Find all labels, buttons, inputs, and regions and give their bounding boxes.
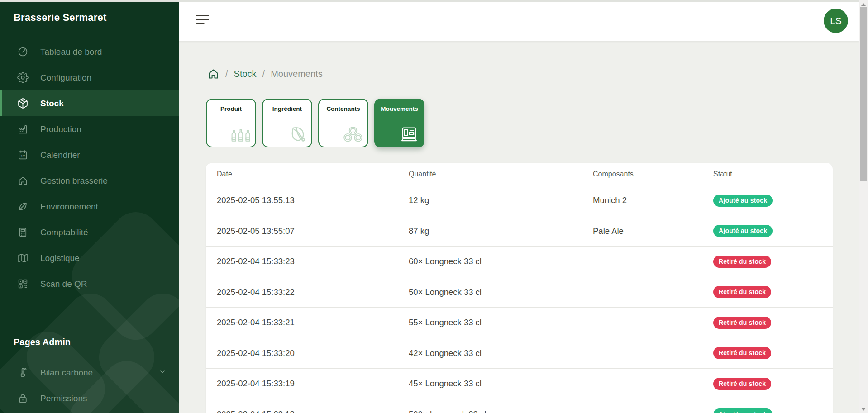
table-body: 2025-02-05 13:55:13 12 kg Munich 2 Ajout… xyxy=(206,185,833,413)
avatar[interactable]: LS xyxy=(824,9,848,33)
sidebar-item-label: Production xyxy=(40,124,81,134)
movements-table: Date Quantité Composants Statut 2025-02-… xyxy=(206,163,833,413)
scrollbar-up-arrow[interactable] xyxy=(861,3,866,6)
cell-status: Retiré du stock xyxy=(713,286,822,298)
tab-ingredient[interactable]: Ingrédient xyxy=(262,99,312,147)
scrollbar-down-arrow[interactable] xyxy=(861,408,866,411)
lock-icon xyxy=(17,393,29,404)
cell-status: Retiré du stock xyxy=(713,256,822,268)
cell-date: 2025-02-04 15:33:21 xyxy=(217,318,409,328)
sidebar-item-permissions[interactable]: Permissions xyxy=(0,385,179,411)
table-row: 2025-02-04 15:33:21 55× Longneck 33 cl R… xyxy=(206,308,833,338)
sidebar-item-label: Stock xyxy=(40,99,64,109)
sidebar-item-scan-de-qr[interactable]: Scan de QR xyxy=(0,271,179,297)
table-row: 2025-02-05 13:55:13 12 kg Munich 2 Ajout… xyxy=(206,185,833,216)
sidebar-item-configuration[interactable]: Configuration xyxy=(0,65,179,90)
cell-quantity: 55× Longneck 33 cl xyxy=(409,318,593,328)
sidebar-item-label: Environnement xyxy=(40,202,98,212)
cell-status: Retiré du stock xyxy=(713,347,822,359)
menu-toggle-button[interactable] xyxy=(196,15,210,24)
sidebar-item-label: Logistique xyxy=(40,253,80,263)
cell-date: 2025-02-04 15:33:20 xyxy=(217,348,409,358)
cell-date: 2025-02-04 15:33:19 xyxy=(217,379,409,389)
tab-produit[interactable]: Produit xyxy=(206,99,256,147)
sidebar-item-environnement[interactable]: Environnement xyxy=(0,194,179,219)
table-row: 2025-02-04 15:33:23 60× Longneck 33 cl R… xyxy=(206,247,833,277)
qr-icon xyxy=(17,278,29,290)
sidebar-admin-nav: Bilan carbone Permissions xyxy=(0,360,179,411)
chevron-down-icon[interactable] xyxy=(159,368,166,377)
tab-label: Contenants xyxy=(319,105,367,112)
house-icon xyxy=(17,175,29,186)
tab-label: Produit xyxy=(207,105,255,112)
cell-date: 2025-02-04 15:33:18 xyxy=(217,409,409,413)
table-row: 2025-02-04 15:33:20 42× Longneck 33 cl R… xyxy=(206,338,833,369)
vertical-scrollbar[interactable] xyxy=(859,0,868,413)
column-header-statut: Statut xyxy=(713,170,822,178)
tab-contenants[interactable]: Contenants xyxy=(318,99,368,147)
scrollbar-thumb[interactable] xyxy=(860,7,867,181)
thermometer-icon xyxy=(17,367,29,378)
sidebar-item-label: Tableau de bord xyxy=(40,47,102,57)
sidebar-item-stock[interactable]: Stock xyxy=(0,90,179,116)
cell-status: Ajouté au stock xyxy=(713,225,822,237)
sidebar-item-comptabilite[interactable]: Comptabilité xyxy=(0,219,179,245)
factory-icon xyxy=(17,123,29,135)
breadcrumb-separator: / xyxy=(225,69,228,79)
status-badge: Ajouté au stock xyxy=(713,225,773,237)
table-row: 2025-02-04 15:33:22 50× Longneck 33 cl R… xyxy=(206,277,833,308)
barrels-icon xyxy=(343,126,363,143)
breadcrumb-separator: / xyxy=(262,69,265,79)
sidebar-item-calendrier[interactable]: 12 Calendrier xyxy=(0,142,179,168)
hop-icon xyxy=(288,125,307,143)
main-area: LS / Stock / Mouvements Produit Ingrédie… xyxy=(179,0,859,413)
cell-date: 2025-02-04 15:33:23 xyxy=(217,256,409,266)
sidebar-item-label: Bilan carbone xyxy=(40,368,93,378)
sidebar-item-tableau-de-bord[interactable]: Tableau de bord xyxy=(0,39,179,65)
cell-status: Ajouté au stock xyxy=(713,195,822,207)
cell-quantity: 87 kg xyxy=(409,226,593,236)
sidebar-item-label: Gestion brasserie xyxy=(40,176,108,186)
gear-icon xyxy=(17,72,29,83)
sidebar-item-gestion-brasserie[interactable]: Gestion brasserie xyxy=(0,168,179,194)
tab-label: Ingrédient xyxy=(263,105,311,112)
sidebar-item-production[interactable]: Production xyxy=(0,116,179,142)
cell-date: 2025-02-04 15:33:22 xyxy=(217,287,409,297)
cell-quantity: 60× Longneck 33 cl xyxy=(409,256,593,266)
sidebar-item-label: Scan de QR xyxy=(40,279,87,289)
register-icon xyxy=(399,125,420,143)
bottles-icon xyxy=(230,127,251,143)
cell-component: Munich 2 xyxy=(593,195,713,205)
sidebar-item-bilan-carbone[interactable]: Bilan carbone xyxy=(0,360,179,385)
tab-mouvements[interactable]: Mouvements xyxy=(374,99,424,147)
home-icon[interactable] xyxy=(207,68,219,80)
status-badge: Retiré du stock xyxy=(713,347,771,359)
calculator-icon xyxy=(17,227,29,238)
sidebar-item-label: Calendrier xyxy=(40,150,80,160)
cell-quantity: 12 kg xyxy=(409,195,593,205)
topbar: LS xyxy=(179,0,859,41)
cell-date: 2025-02-05 13:55:07 xyxy=(217,226,409,236)
status-badge: Retiré du stock xyxy=(713,256,771,268)
breadcrumb: / Stock / Mouvements xyxy=(207,68,323,80)
map-icon xyxy=(17,252,29,264)
sidebar: Brasserie Sermaret Tableau de bord Confi… xyxy=(0,0,179,413)
cell-status: Retiré du stock xyxy=(713,317,822,329)
sidebar-item-logistique[interactable]: Logistique xyxy=(0,245,179,271)
column-header-quantite: Quantité xyxy=(409,170,593,178)
sidebar-item-label: Permissions xyxy=(40,394,87,404)
table-row: 2025-02-05 13:55:07 87 kg Pale Ale Ajout… xyxy=(206,216,833,247)
breadcrumb-link-stock[interactable]: Stock xyxy=(234,69,257,79)
sidebar-item-label: Configuration xyxy=(40,73,91,83)
status-badge: Retiré du stock xyxy=(713,317,771,329)
column-header-date: Date xyxy=(217,170,409,178)
window-top-edge xyxy=(0,0,868,2)
breadcrumb-current: Mouvements xyxy=(271,69,323,79)
cell-component: Pale Ale xyxy=(593,226,713,236)
status-badge: Ajouté au stock xyxy=(713,408,773,413)
cell-date: 2025-02-05 13:55:13 xyxy=(217,195,409,205)
status-badge: Retiré du stock xyxy=(713,378,771,390)
box-icon xyxy=(17,98,29,109)
calendar-icon: 12 xyxy=(17,149,29,161)
cell-status: Ajouté au stock xyxy=(713,408,822,413)
